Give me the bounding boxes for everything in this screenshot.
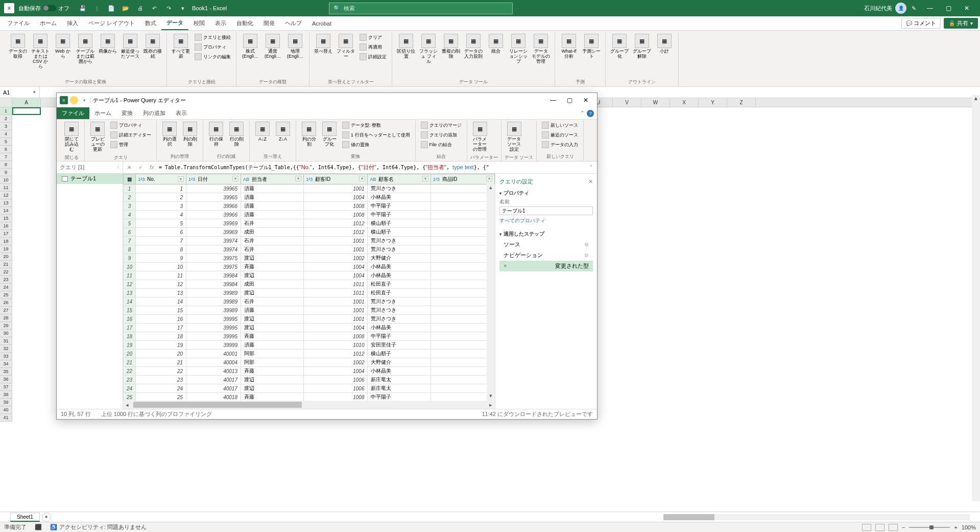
scroll-right-icon[interactable]: ▸ <box>487 402 495 408</box>
cell[interactable]: 39995 <box>186 315 241 323</box>
cell[interactable] <box>431 332 494 341</box>
cell[interactable]: 1001 <box>304 184 368 193</box>
chevron-down-icon[interactable]: ▼ <box>32 90 36 95</box>
cell[interactable] <box>431 384 494 393</box>
row-header[interactable]: 18 <box>0 238 12 245</box>
scrollbar-thumb[interactable] <box>133 402 302 408</box>
cell[interactable]: 斉藤 <box>241 393 303 402</box>
column-header[interactable]: V <box>613 98 641 107</box>
pq-data-row[interactable]: 212140004阿部1002大野健介 <box>124 358 495 367</box>
row-header[interactable]: 17 <box>0 230 12 238</box>
cell[interactable]: 7 <box>136 237 186 245</box>
ribbon-button[interactable]: ▦フラッシュ フィル <box>418 33 439 65</box>
row-header[interactable]: 3 <box>0 123 12 130</box>
ribbon-button[interactable]: ▦グループ化 <box>609 33 630 60</box>
cell[interactable]: 9 <box>136 254 186 263</box>
pq-formula-bar[interactable]: ✕ ✓ fx = Table.TransformColumnTypes(テーブル… <box>123 161 597 174</box>
row-header[interactable]: 29 <box>0 322 12 330</box>
cell[interactable]: 39969 <box>186 219 241 228</box>
ribbon-button[interactable]: ▦画像から <box>97 33 118 55</box>
ribbon-tab-ヘルプ[interactable]: ヘルプ <box>280 17 307 30</box>
applied-steps-section[interactable]: 適用したステップ <box>499 230 593 238</box>
pq-ribbon-tab[interactable]: ファイル <box>57 107 89 119</box>
cell[interactable]: 1004 <box>304 323 368 332</box>
row-header[interactable]: 27 <box>0 307 12 314</box>
pq-ribbon-button[interactable]: ▦列の削除 <box>180 121 200 148</box>
cell[interactable]: 39965 <box>186 193 241 202</box>
cell[interactable]: 荒川さつき <box>368 315 431 323</box>
cell[interactable]: 40004 <box>186 358 241 367</box>
row-header[interactable]: 4 <box>0 130 12 138</box>
pq-data-row[interactable]: 252540018斉藤1008中平陽子 <box>124 393 495 402</box>
cell[interactable]: 渡辺 <box>241 271 303 280</box>
row-header[interactable]: 28 <box>0 314 12 322</box>
pq-horizontal-scrollbar[interactable]: ◂ ▸ <box>123 401 495 409</box>
cell[interactable]: 1006 <box>304 384 368 393</box>
cell[interactable]: 13 <box>136 289 186 297</box>
redo-icon[interactable]: ↷ <box>164 4 173 12</box>
cell[interactable]: 渡辺 <box>241 376 303 384</box>
cell[interactable]: 松田直子 <box>368 280 431 289</box>
row-header[interactable]: 9 <box>0 169 12 176</box>
cell[interactable]: 39966 <box>186 202 241 211</box>
cell[interactable]: 石井 <box>241 237 303 245</box>
pq-data-row[interactable]: 4439966須藤1008中平陽子 <box>124 211 495 219</box>
cell[interactable] <box>431 393 494 402</box>
ribbon-button[interactable]: ▦Web から <box>52 33 74 60</box>
cell[interactable]: 須藤 <box>241 184 303 193</box>
cell[interactable] <box>431 219 494 228</box>
ribbon-button[interactable]: ▦小計 <box>654 33 675 55</box>
toggle-switch[interactable] <box>43 5 56 11</box>
macro-record-icon[interactable]: ⬛ <box>35 524 42 530</box>
pq-data-row[interactable]: 222240013斉藤1004小林晶美 <box>124 367 495 376</box>
queries-header[interactable]: クエリ [1] 〈 <box>57 161 123 173</box>
new-file-icon[interactable]: 📄 <box>107 4 115 12</box>
zoom-level[interactable]: 100% <box>962 524 976 530</box>
cell[interactable]: 阿部 <box>241 358 303 367</box>
cell[interactable]: 横山順子 <box>368 350 431 358</box>
cell[interactable]: 荒川さつき <box>368 184 431 193</box>
pq-data-row[interactable]: 1139965須藤1001荒川さつき <box>124 184 495 193</box>
cell[interactable]: 10 <box>136 263 186 271</box>
cell[interactable]: 2 <box>136 193 186 202</box>
row-header[interactable]: 7 <box>0 153 12 161</box>
cell[interactable]: 1012 <box>304 228 368 237</box>
undo-icon[interactable]: ↶ <box>150 4 158 12</box>
cell[interactable]: 1008 <box>304 202 368 211</box>
open-file-icon[interactable]: 📂 <box>122 4 130 12</box>
name-box[interactable]: A1▼ <box>0 87 40 98</box>
cell[interactable]: 新庄竜太 <box>368 384 431 393</box>
save-icon[interactable]: 💾 <box>79 4 87 12</box>
row-number[interactable]: 5 <box>124 219 136 228</box>
ribbon-small-button[interactable]: クエリと接続 <box>193 33 233 42</box>
row-number[interactable]: 9 <box>124 254 136 263</box>
row-header[interactable]: 35 <box>0 368 12 376</box>
cell[interactable]: 渡辺 <box>241 315 303 323</box>
cell[interactable]: 39984 <box>186 280 241 289</box>
cell[interactable]: 須藤 <box>241 202 303 211</box>
filter-dropdown-icon[interactable]: ▾ <box>359 176 365 181</box>
cell[interactable] <box>431 306 494 315</box>
cell[interactable]: 1001 <box>304 315 368 323</box>
row-header[interactable]: 5 <box>0 138 12 146</box>
row-number[interactable]: 16 <box>124 315 136 323</box>
cell[interactable]: 5 <box>136 219 186 228</box>
row-header[interactable]: 40 <box>0 406 12 414</box>
cell[interactable] <box>431 202 494 211</box>
cell[interactable]: 1008 <box>304 393 368 402</box>
cell[interactable]: 石井 <box>241 245 303 254</box>
ribbon-tab-ファイル[interactable]: ファイル <box>2 17 35 30</box>
row-header[interactable]: 19 <box>0 245 12 253</box>
pq-close-button[interactable]: ✕ <box>578 97 594 104</box>
horizontal-scrollbar[interactable] <box>663 514 970 520</box>
ribbon-button[interactable]: ▦既存の接続 <box>142 33 163 60</box>
column-header[interactable]: A <box>12 98 41 107</box>
avatar[interactable]: 👤 <box>895 3 906 14</box>
pq-data-row[interactable]: 131339989渡辺1011松田直子 <box>124 289 495 297</box>
pq-ribbon-small-button[interactable]: クエリのマージ <box>419 121 464 130</box>
ribbon-tab-Acrobat[interactable]: Acrobat <box>307 18 337 29</box>
cell[interactable]: 39989 <box>186 306 241 315</box>
cell[interactable]: 渡辺 <box>241 289 303 297</box>
cell[interactable] <box>431 289 494 297</box>
pq-ribbon-small-button[interactable]: 値の置換 <box>340 140 412 149</box>
